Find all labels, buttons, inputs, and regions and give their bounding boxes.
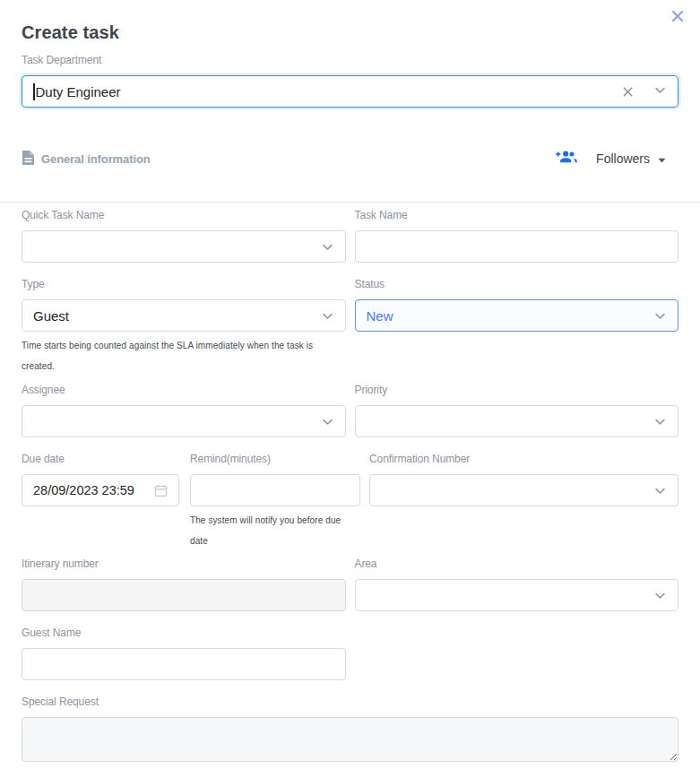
priority-label: Priority bbox=[355, 384, 679, 396]
confirmation-number-select[interactable] bbox=[369, 474, 678, 506]
text-cursor bbox=[33, 83, 35, 100]
status-field: Status New bbox=[355, 278, 679, 376]
status-value: New bbox=[367, 308, 647, 324]
create-task-modal: { "modal": { "title": "Create task" }, "… bbox=[0, 0, 700, 769]
assignee-field: Assignee bbox=[22, 384, 346, 437]
status-label: Status bbox=[355, 278, 679, 290]
task-department-select[interactable]: Duty Engineer bbox=[22, 75, 678, 108]
confirmation-number-label: Confirmation Number bbox=[369, 453, 678, 465]
chevron-down-icon bbox=[321, 415, 334, 428]
remind-minutes-label: Remind(minutes) bbox=[190, 453, 360, 465]
guest-name-input[interactable] bbox=[22, 648, 346, 680]
chevron-down-icon bbox=[653, 589, 667, 602]
priority-field: Priority bbox=[355, 384, 679, 437]
chevron-down-icon bbox=[321, 309, 334, 323]
quick-task-name-select[interactable] bbox=[22, 230, 346, 263]
due-remind-row: Due date 28/09/2023 23:59 Remind(minutes… bbox=[22, 453, 360, 551]
task-name-field: Task Name bbox=[355, 209, 679, 263]
special-request-field: Special Request bbox=[0, 696, 700, 762]
clear-icon[interactable] bbox=[622, 86, 634, 98]
remind-minutes-input[interactable] bbox=[190, 474, 360, 506]
itinerary-number-field: Itinerary number bbox=[22, 557, 346, 611]
type-label: Type bbox=[22, 278, 346, 290]
followers-label: Followers bbox=[596, 151, 650, 166]
guest-name-field: Guest Name bbox=[22, 626, 346, 680]
type-value: Guest bbox=[33, 308, 314, 324]
status-select[interactable]: New bbox=[355, 299, 679, 332]
section-general-information: General information bbox=[22, 150, 151, 168]
priority-select[interactable] bbox=[355, 405, 679, 437]
assignee-select[interactable] bbox=[22, 405, 346, 437]
chevron-down-icon bbox=[321, 240, 334, 254]
chevron-down-icon[interactable] bbox=[653, 83, 667, 99]
add-followers-icon[interactable] bbox=[555, 149, 577, 168]
type-select[interactable]: Guest bbox=[22, 299, 346, 332]
type-helper-text: Time starts being counted against the SL… bbox=[22, 335, 346, 376]
quick-task-name-field: Quick Task Name bbox=[22, 209, 346, 263]
calendar-icon[interactable] bbox=[154, 484, 168, 497]
task-name-input[interactable] bbox=[355, 230, 679, 263]
type-field: Type Guest Time starts being counted aga… bbox=[22, 278, 346, 376]
caret-down-icon bbox=[658, 151, 666, 167]
special-request-label: Special Request bbox=[22, 696, 678, 708]
due-date-value: 28/09/2023 23:59 bbox=[33, 483, 147, 497]
guest-name-label: Guest Name bbox=[22, 626, 346, 639]
task-department-label: Task Department bbox=[22, 54, 678, 66]
chevron-down-icon bbox=[653, 309, 667, 323]
chevron-down-icon bbox=[653, 415, 667, 428]
due-date-input[interactable]: 28/09/2023 23:59 bbox=[22, 474, 179, 506]
remind-helper-text: The system will notify you before due da… bbox=[190, 510, 360, 551]
followers-dropdown[interactable]: Followers bbox=[555, 149, 666, 168]
document-icon bbox=[22, 150, 35, 168]
itinerary-number-input bbox=[22, 579, 346, 611]
page-title: Create task bbox=[0, 22, 700, 43]
section-title-label: General information bbox=[41, 152, 151, 166]
area-label: Area bbox=[355, 557, 679, 570]
task-department-value: Duty Engineer bbox=[36, 84, 623, 99]
due-date-field: Due date 28/09/2023 23:59 bbox=[22, 453, 179, 551]
chevron-down-icon bbox=[653, 484, 667, 497]
section-divider bbox=[0, 202, 700, 203]
due-date-label: Due date bbox=[22, 453, 179, 465]
close-icon bbox=[670, 8, 686, 27]
confirmation-number-field: Confirmation Number bbox=[369, 453, 678, 551]
area-field: Area bbox=[355, 557, 679, 611]
remind-minutes-field: Remind(minutes) The system will notify y… bbox=[190, 453, 360, 551]
quick-task-name-label: Quick Task Name bbox=[22, 209, 346, 221]
close-button[interactable] bbox=[668, 7, 687, 27]
area-select[interactable] bbox=[355, 579, 679, 611]
task-name-label: Task Name bbox=[355, 209, 679, 221]
itinerary-number-label: Itinerary number bbox=[22, 557, 346, 570]
special-request-textarea[interactable] bbox=[22, 717, 678, 762]
assignee-label: Assignee bbox=[22, 384, 346, 396]
